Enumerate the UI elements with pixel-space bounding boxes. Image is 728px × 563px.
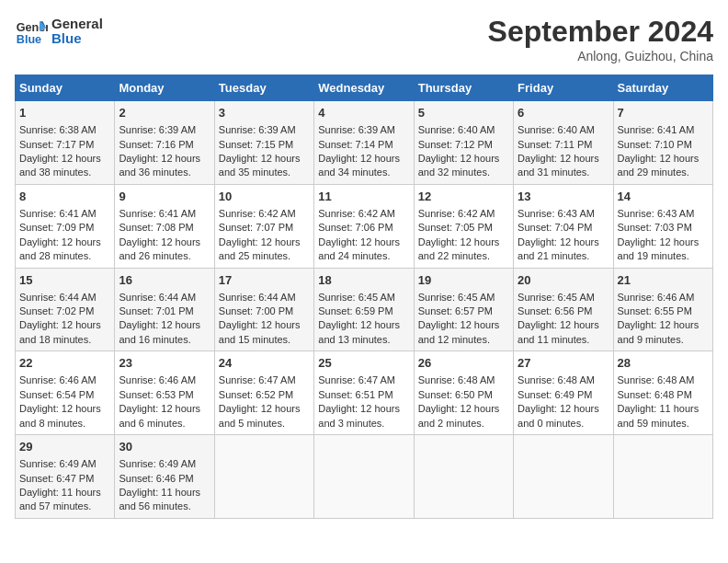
day-info: Sunset: 6:50 PM xyxy=(418,388,509,402)
day-info: Daylight: 12 hours xyxy=(518,236,609,249)
day-info: Sunset: 6:59 PM xyxy=(318,304,409,318)
calendar-cell: 27Sunrise: 6:48 AMSunset: 6:49 PMDayligh… xyxy=(514,351,613,435)
day-info: Daylight: 12 hours xyxy=(418,402,509,416)
day-info: Sunrise: 6:42 AM xyxy=(418,207,509,221)
calendar-cell xyxy=(314,435,414,519)
day-info: Sunset: 7:12 PM xyxy=(418,138,509,152)
calendar-cell: 22Sunrise: 6:46 AMSunset: 6:54 PMDayligh… xyxy=(16,351,115,435)
title-block: September 2024 Anlong, Guizhou, China xyxy=(488,15,713,63)
day-number: 20 xyxy=(518,272,609,289)
day-number: 15 xyxy=(19,272,110,289)
day-info: Sunrise: 6:43 AM xyxy=(518,207,609,221)
day-info: Sunset: 7:10 PM xyxy=(618,138,709,152)
day-number: 7 xyxy=(618,105,709,121)
day-info: and 5 minutes. xyxy=(219,417,310,431)
calendar-week-4: 29Sunrise: 6:49 AMSunset: 6:47 PMDayligh… xyxy=(16,435,713,519)
calendar-cell: 24Sunrise: 6:47 AMSunset: 6:52 PMDayligh… xyxy=(214,351,313,435)
day-number: 8 xyxy=(19,189,110,205)
day-info: Sunrise: 6:42 AM xyxy=(318,207,409,221)
day-number: 6 xyxy=(518,105,609,121)
day-info: Daylight: 12 hours xyxy=(518,318,609,332)
day-info: Sunset: 6:54 PM xyxy=(19,388,110,402)
calendar-cell: 17Sunrise: 6:44 AMSunset: 7:00 PMDayligh… xyxy=(214,268,313,351)
calendar-cell: 4Sunrise: 6:39 AMSunset: 7:14 PMDaylight… xyxy=(314,101,414,185)
day-info: and 18 minutes. xyxy=(19,333,110,347)
day-info: Sunrise: 6:41 AM xyxy=(19,207,110,221)
day-info: and 13 minutes. xyxy=(318,333,409,347)
day-info: Daylight: 12 hours xyxy=(119,318,210,332)
day-info: Sunset: 7:14 PM xyxy=(318,138,409,152)
day-info: and 29 minutes. xyxy=(618,166,709,179)
calendar-cell: 20Sunrise: 6:45 AMSunset: 6:56 PMDayligh… xyxy=(514,268,613,351)
calendar-cell: 26Sunrise: 6:48 AMSunset: 6:50 PMDayligh… xyxy=(414,351,513,435)
calendar-cell: 9Sunrise: 6:41 AMSunset: 7:08 PMDaylight… xyxy=(115,184,214,268)
col-sunday: Sunday xyxy=(16,75,115,101)
day-number: 28 xyxy=(618,355,709,372)
day-info: Sunset: 6:47 PM xyxy=(19,472,110,486)
day-info: Sunrise: 6:48 AM xyxy=(518,373,609,387)
calendar-cell: 28Sunrise: 6:48 AMSunset: 6:48 PMDayligh… xyxy=(613,351,712,435)
day-info: and 35 minutes. xyxy=(219,166,310,179)
calendar-cell: 15Sunrise: 6:44 AMSunset: 7:02 PMDayligh… xyxy=(16,268,115,351)
calendar-cell xyxy=(214,435,313,519)
calendar-week-1: 8Sunrise: 6:41 AMSunset: 7:09 PMDaylight… xyxy=(16,184,713,268)
day-info: Sunset: 7:04 PM xyxy=(518,221,609,235)
day-number: 11 xyxy=(318,189,409,205)
col-wednesday: Wednesday xyxy=(314,75,414,101)
day-info: Daylight: 12 hours xyxy=(219,318,310,332)
day-info: Sunset: 6:55 PM xyxy=(618,304,709,318)
day-number: 19 xyxy=(418,272,509,289)
day-info: Sunset: 7:15 PM xyxy=(219,138,310,152)
day-info: Daylight: 12 hours xyxy=(19,152,110,166)
day-info: Sunrise: 6:44 AM xyxy=(219,291,310,304)
day-info: Sunset: 7:17 PM xyxy=(19,138,110,152)
day-info: Daylight: 12 hours xyxy=(318,152,409,166)
day-info: and 34 minutes. xyxy=(318,166,409,179)
calendar-cell: 16Sunrise: 6:44 AMSunset: 7:01 PMDayligh… xyxy=(115,268,214,351)
calendar-cell: 13Sunrise: 6:43 AMSunset: 7:04 PMDayligh… xyxy=(514,184,613,268)
month-title: September 2024 xyxy=(488,15,713,49)
day-number: 26 xyxy=(418,355,509,372)
day-info: Sunrise: 6:38 AM xyxy=(19,123,110,137)
day-info: Daylight: 12 hours xyxy=(618,152,709,166)
calendar-cell: 25Sunrise: 6:47 AMSunset: 6:51 PMDayligh… xyxy=(314,351,414,435)
day-info: Sunrise: 6:39 AM xyxy=(119,123,210,137)
day-info: Sunset: 7:05 PM xyxy=(418,221,509,235)
col-thursday: Thursday xyxy=(414,75,513,101)
day-info: Sunrise: 6:49 AM xyxy=(119,457,210,471)
day-info: Sunrise: 6:40 AM xyxy=(418,123,509,137)
day-info: Daylight: 12 hours xyxy=(618,236,709,249)
page-header: General Blue General Blue September 2024… xyxy=(15,15,713,63)
day-info: and 57 minutes. xyxy=(19,500,110,513)
day-info: Daylight: 11 hours xyxy=(19,486,110,500)
col-friday: Friday xyxy=(514,75,613,101)
day-info: Daylight: 12 hours xyxy=(19,318,110,332)
day-info: Sunrise: 6:39 AM xyxy=(219,123,310,137)
day-info: and 26 minutes. xyxy=(119,249,210,263)
day-info: Sunrise: 6:48 AM xyxy=(618,373,709,387)
day-number: 12 xyxy=(418,189,509,205)
svg-text:Blue: Blue xyxy=(17,33,41,46)
calendar-cell xyxy=(613,435,712,519)
day-info: and 0 minutes. xyxy=(518,417,609,431)
calendar-cell xyxy=(514,435,613,519)
calendar-week-2: 15Sunrise: 6:44 AMSunset: 7:02 PMDayligh… xyxy=(16,268,713,351)
calendar-cell: 5Sunrise: 6:40 AMSunset: 7:12 PMDaylight… xyxy=(414,101,513,185)
calendar-cell: 12Sunrise: 6:42 AMSunset: 7:05 PMDayligh… xyxy=(414,184,513,268)
day-number: 29 xyxy=(19,439,110,455)
day-info: and 56 minutes. xyxy=(119,500,210,513)
day-info: Daylight: 12 hours xyxy=(219,402,310,416)
day-info: Sunrise: 6:43 AM xyxy=(618,207,709,221)
day-info: and 38 minutes. xyxy=(19,166,110,179)
day-info: and 12 minutes. xyxy=(418,333,509,347)
day-info: Daylight: 12 hours xyxy=(418,152,509,166)
day-info: Sunset: 7:07 PM xyxy=(219,221,310,235)
header-row: Sunday Monday Tuesday Wednesday Thursday… xyxy=(16,75,713,101)
day-info: Daylight: 12 hours xyxy=(618,318,709,332)
day-info: Daylight: 12 hours xyxy=(219,236,310,249)
day-number: 2 xyxy=(119,105,210,121)
calendar-cell: 14Sunrise: 6:43 AMSunset: 7:03 PMDayligh… xyxy=(613,184,712,268)
day-info: Sunrise: 6:41 AM xyxy=(119,207,210,221)
logo: General Blue General Blue xyxy=(15,15,103,48)
day-info: Sunrise: 6:49 AM xyxy=(19,457,110,471)
